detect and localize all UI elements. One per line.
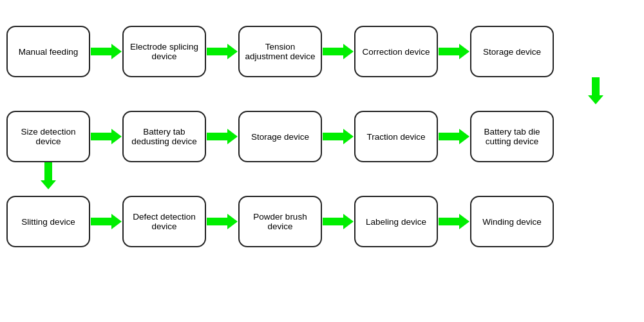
arrow-right-2-1 <box>90 125 122 148</box>
arrow-right-2-3 <box>322 125 354 148</box>
arrow-right-3-3 <box>322 210 354 233</box>
svg-marker-0 <box>91 44 122 59</box>
down-arrow-row1 <box>6 77 638 104</box>
node-tension-adjustment: Tension adjustment device <box>238 26 322 77</box>
row-3: Slitting device Defect detection device … <box>6 196 638 247</box>
arrow-right-3-1 <box>90 210 122 233</box>
node-storage-device-2: Storage device <box>238 111 322 162</box>
down-arrow-row2 <box>6 162 638 189</box>
node-slitting-device: Slitting device <box>6 196 90 247</box>
node-battery-tab-die-cutting: Battery tab die cutting device <box>470 111 554 162</box>
node-powder-brush: Powder brush device <box>238 196 322 247</box>
svg-marker-8 <box>439 129 469 144</box>
arrow-right-1-4 <box>438 40 470 63</box>
svg-marker-4 <box>588 77 603 104</box>
svg-marker-3 <box>439 44 469 59</box>
svg-marker-9 <box>41 162 56 189</box>
node-labeling-device: Labeling device <box>354 196 438 247</box>
arrow-right-3-4 <box>438 210 470 233</box>
svg-marker-13 <box>439 214 469 229</box>
row-2: Size detection device Battery tab dedust… <box>6 111 638 162</box>
arrow-right-2-2 <box>206 125 238 148</box>
node-winding-device: Winding device <box>470 196 554 247</box>
node-storage-device-1: Storage device <box>470 26 554 77</box>
svg-marker-11 <box>207 214 238 229</box>
svg-marker-10 <box>91 214 122 229</box>
svg-marker-12 <box>323 214 354 229</box>
node-manual-feeding: Manual feeding <box>6 26 90 77</box>
svg-marker-5 <box>91 129 122 144</box>
svg-marker-6 <box>207 129 238 144</box>
arrow-right-1-1 <box>90 40 122 63</box>
node-size-detection: Size detection device <box>6 111 90 162</box>
svg-marker-7 <box>323 129 354 144</box>
arrow-right-2-4 <box>438 125 470 148</box>
row-1: Manual feeding Electrode splicing device… <box>6 26 638 77</box>
node-correction-device: Correction device <box>354 26 438 77</box>
arrow-right-1-3 <box>322 40 354 63</box>
node-traction-device: Traction device <box>354 111 438 162</box>
node-electrode-splicing: Electrode splicing device <box>122 26 206 77</box>
svg-marker-1 <box>207 44 238 59</box>
process-diagram: Manual feeding Electrode splicing device… <box>0 0 644 322</box>
node-defect-detection: Defect detection device <box>122 196 206 247</box>
node-battery-tab-dedusting: Battery tab dedusting device <box>122 111 206 162</box>
arrow-right-3-2 <box>206 210 238 233</box>
svg-marker-2 <box>323 44 354 59</box>
arrow-right-1-2 <box>206 40 238 63</box>
